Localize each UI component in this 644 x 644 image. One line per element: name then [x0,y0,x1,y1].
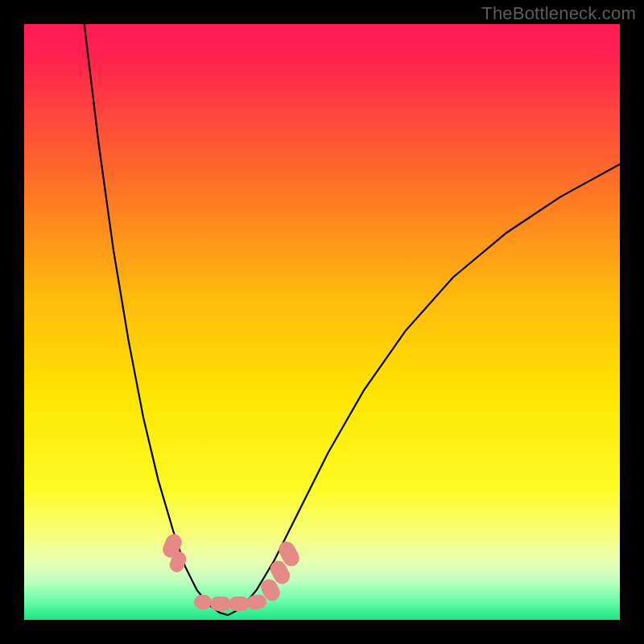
highlight-marker [229,597,250,611]
plot-area [24,24,620,620]
highlight-marker [194,595,212,609]
watermark-text: TheBottleneck.com [481,3,636,24]
bottleneck-curve [24,24,620,620]
chart-frame: TheBottleneck.com [0,0,644,644]
